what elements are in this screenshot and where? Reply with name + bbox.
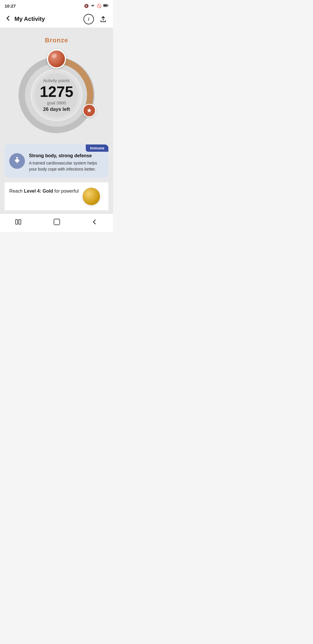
info-button[interactable]: i <box>83 14 94 24</box>
next-level-text: Reach Level 4: Gold for powerful <box>9 188 79 195</box>
nav-bar: My Activity i <box>0 10 113 28</box>
svg-rect-9 <box>16 220 18 224</box>
activity-goal: goal 3900 <box>40 100 73 105</box>
svg-rect-2 <box>103 5 107 6</box>
page-title: My Activity <box>14 16 45 22</box>
info-card: immune Strong body, strong defense A tra… <box>5 144 108 178</box>
svg-point-8 <box>16 157 18 159</box>
info-card-description: A trained cardiovascular system helps yo… <box>29 160 104 172</box>
gold-coin-icon <box>83 188 100 205</box>
activity-circle: ★ Activity points 1275 goal 3900 26 days… <box>16 55 97 136</box>
gem-icon <box>47 49 66 68</box>
star-badge: ★ <box>83 104 96 117</box>
days-left: 26 days left <box>40 106 73 112</box>
info-card-title: Strong body, strong defense <box>29 153 104 158</box>
status-icons: 🔇 🚫 <box>84 3 108 8</box>
nav-left: My Activity <box>5 15 45 23</box>
status-bar: 10:27 🔇 🚫 <box>0 0 113 10</box>
circle-stats: Activity points 1275 goal 3900 26 days l… <box>40 78 73 112</box>
status-time: 10:27 <box>5 3 16 8</box>
activity-circle-area: ★ Activity points 1275 goal 3900 26 days… <box>5 49 108 144</box>
scroll-area[interactable]: Bronze <box>0 28 113 214</box>
main-content: Bronze <box>0 28 113 214</box>
info-card-text: Strong body, strong defense A trained ca… <box>29 153 104 172</box>
info-card-tag: immune <box>86 144 108 152</box>
next-level-section: Reach Level 4: Gold for powerful <box>5 182 108 210</box>
wifi-icon <box>90 3 95 8</box>
nav-right: i <box>83 14 108 24</box>
level-label: Bronze <box>5 37 108 44</box>
bronze-badge <box>47 49 66 68</box>
next-level-label: Level 4: Gold <box>24 189 53 193</box>
svg-rect-11 <box>54 219 60 225</box>
notification-mute-icon: 🔇 <box>84 4 89 8</box>
home-button[interactable] <box>53 218 61 226</box>
svg-rect-1 <box>108 5 108 6</box>
back-button[interactable] <box>5 15 12 23</box>
activity-points-label: Activity points <box>40 78 73 83</box>
next-level-text-end: for powerful <box>53 189 79 193</box>
star-icon: ★ <box>83 104 96 117</box>
activity-points-value: 1275 <box>40 84 73 99</box>
activity-icon-wrap <box>9 153 25 169</box>
person-activity-icon <box>13 156 21 166</box>
info-card-body: Strong body, strong defense A trained ca… <box>9 153 104 172</box>
bottom-nav <box>0 214 113 232</box>
menu-button[interactable] <box>15 219 23 225</box>
next-level-text-start: Reach <box>9 189 24 193</box>
no-sim-icon: 🚫 <box>97 4 101 8</box>
svg-rect-10 <box>19 220 21 224</box>
back-nav-button[interactable] <box>91 218 98 225</box>
battery-icon <box>103 4 108 8</box>
info-icon: i <box>88 17 89 21</box>
share-button[interactable] <box>98 14 108 24</box>
